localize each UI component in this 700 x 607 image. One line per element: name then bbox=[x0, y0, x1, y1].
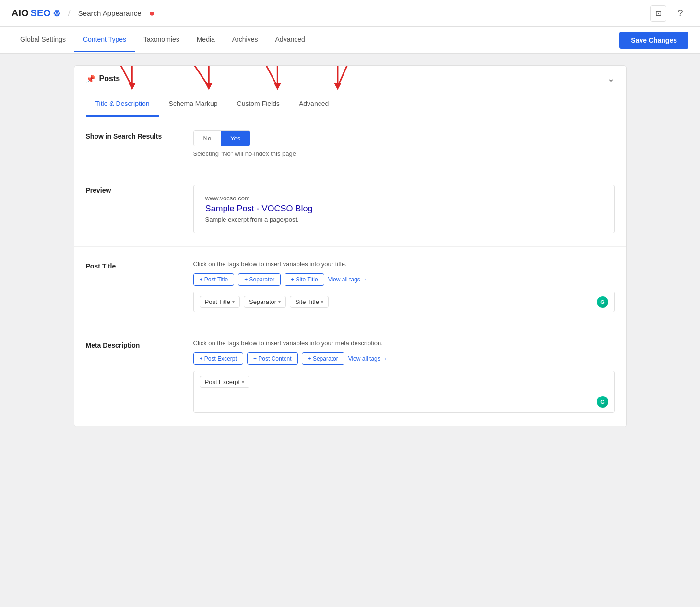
tab-archives[interactable]: Archives bbox=[224, 28, 267, 52]
meta-description-label: Meta Description bbox=[86, 339, 182, 349]
tag-site-title-button[interactable]: + Site Title bbox=[285, 273, 324, 286]
topbar-page-title: Search Appearance bbox=[78, 9, 142, 17]
topbar-notification-dot: ● bbox=[149, 8, 155, 19]
meta-description-row: Meta Description Click on the tags below… bbox=[74, 326, 626, 427]
post-title-tag-buttons: + Post Title + Separator + Site Title Vi… bbox=[193, 273, 615, 286]
preview-description: Sample excerpt from a page/post. bbox=[205, 216, 603, 223]
meta-description-content: Click on the tags below to insert variab… bbox=[193, 339, 615, 413]
search-results-label: Show in Search Results bbox=[86, 130, 182, 140]
help-button[interactable]: ? bbox=[672, 5, 688, 22]
tab-taxonomies[interactable]: Taxonomies bbox=[135, 28, 188, 52]
posts-card: 📌 Posts ⌄ bbox=[74, 65, 627, 427]
search-results-hint: Selecting "No" will no-index this page. bbox=[193, 150, 615, 157]
token-chevron-icon: ▾ bbox=[232, 299, 235, 304]
post-title-label: Post Title bbox=[86, 260, 182, 270]
grammarly-icon-meta: G bbox=[597, 396, 608, 408]
grammarly-icon: G bbox=[597, 296, 608, 308]
posts-card-title-area: 📌 Posts bbox=[86, 74, 120, 83]
save-changes-button[interactable]: Save Changes bbox=[619, 32, 688, 49]
preview-title: Sample Post - VOCSO Blog bbox=[205, 204, 603, 214]
token-separator[interactable]: Separator ▾ bbox=[244, 296, 286, 308]
tab-global-settings[interactable]: Global Settings bbox=[12, 28, 74, 52]
tag-meta-separator-button[interactable]: + Separator bbox=[302, 352, 344, 365]
meta-description-view-all-link[interactable]: View all tags → bbox=[348, 355, 388, 362]
preview-row: Preview www.vocso.com Sample Post - VOCS… bbox=[74, 171, 626, 247]
preview-content: www.vocso.com Sample Post - VOCSO Blog S… bbox=[193, 185, 615, 233]
search-results-row: Show in Search Results No Yes Selecting … bbox=[74, 117, 626, 171]
posts-card-title: Posts bbox=[99, 74, 120, 83]
monitor-icon: ⊡ bbox=[655, 9, 662, 18]
tab-media[interactable]: Media bbox=[188, 28, 224, 52]
topbar: AIOSEO ⚙ / Search Appearance ● ⊡ ? bbox=[0, 0, 700, 27]
tab-advanced[interactable]: Advanced bbox=[267, 28, 314, 52]
token-post-excerpt[interactable]: Post Excerpt ▾ bbox=[200, 376, 250, 388]
search-results-toggle: No Yes bbox=[193, 130, 251, 146]
meta-description-token-bar[interactable]: Post Excerpt ▾ G bbox=[193, 371, 615, 413]
inner-tab-title-description[interactable]: Title & Description bbox=[86, 92, 159, 117]
search-results-content: No Yes Selecting "No" will no-index this… bbox=[193, 130, 615, 157]
no-button[interactable]: No bbox=[194, 131, 221, 146]
inner-tab-schema-markup[interactable]: Schema Markup bbox=[159, 92, 227, 117]
nav-tabs: Global Settings Content Types Taxonomies… bbox=[12, 28, 619, 52]
token-chevron-icon: ▾ bbox=[321, 299, 323, 304]
logo: AIOSEO ⚙ bbox=[12, 8, 60, 19]
monitor-button[interactable]: ⊡ bbox=[650, 5, 666, 22]
yes-button[interactable]: Yes bbox=[221, 131, 250, 146]
help-icon: ? bbox=[677, 8, 683, 19]
preview-url: www.vocso.com bbox=[205, 195, 603, 202]
inner-tabs: Title & Description Schema Markup Custom… bbox=[74, 92, 626, 117]
nav-bar: Global Settings Content Types Taxonomies… bbox=[0, 27, 700, 54]
meta-token-row: Post Excerpt ▾ bbox=[200, 376, 608, 388]
pin-icon: 📌 bbox=[86, 74, 95, 83]
inner-tabs-wrapper: Title & Description Schema Markup Custom… bbox=[74, 92, 626, 117]
posts-card-header: 📌 Posts ⌄ bbox=[74, 66, 626, 92]
preview-label: Preview bbox=[86, 185, 182, 194]
post-title-content: Click on the tags below to insert variab… bbox=[193, 260, 615, 312]
logo-gear-icon: ⚙ bbox=[53, 8, 60, 19]
main-content: 📌 Posts ⌄ bbox=[62, 54, 638, 439]
post-title-hint: Click on the tags below to insert variab… bbox=[193, 260, 615, 268]
token-post-title[interactable]: Post Title ▾ bbox=[200, 296, 240, 308]
preview-box: www.vocso.com Sample Post - VOCSO Blog S… bbox=[193, 185, 615, 233]
logo-seo: SEO bbox=[31, 8, 51, 19]
post-title-row: Post Title Click on the tags below to in… bbox=[74, 247, 626, 326]
tag-post-content-button[interactable]: + Post Content bbox=[247, 352, 298, 365]
inner-tab-advanced[interactable]: Advanced bbox=[289, 92, 338, 117]
meta-description-tag-buttons: + Post Excerpt + Post Content + Separato… bbox=[193, 352, 615, 365]
inner-tab-custom-fields[interactable]: Custom Fields bbox=[227, 92, 289, 117]
tag-post-excerpt-button[interactable]: + Post Excerpt bbox=[193, 352, 243, 365]
token-site-title[interactable]: Site Title ▾ bbox=[290, 296, 329, 308]
meta-description-hint: Click on the tags below to insert variab… bbox=[193, 339, 615, 347]
tab-content-types[interactable]: Content Types bbox=[74, 28, 135, 52]
tag-post-title-button[interactable]: + Post Title bbox=[193, 273, 235, 286]
tag-separator-button[interactable]: + Separator bbox=[238, 273, 281, 286]
token-chevron-icon: ▾ bbox=[278, 299, 281, 304]
post-title-view-all-link[interactable]: View all tags → bbox=[328, 276, 368, 283]
chevron-down-icon[interactable]: ⌄ bbox=[607, 73, 615, 84]
token-chevron-icon: ▾ bbox=[242, 379, 244, 385]
logo-aio: AIO bbox=[12, 8, 29, 19]
topbar-divider: / bbox=[68, 8, 71, 18]
meta-token-bottom: G bbox=[200, 394, 608, 408]
post-title-token-bar[interactable]: Post Title ▾ Separator ▾ Site Title ▾ G bbox=[193, 292, 615, 312]
